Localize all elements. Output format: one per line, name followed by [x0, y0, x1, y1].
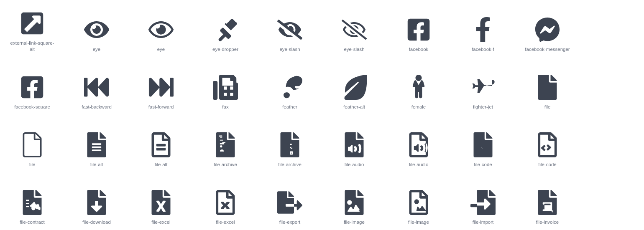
icon-cell-file-alt-outline: file-alt [129, 115, 193, 173]
icon-label: eye [157, 46, 165, 53]
icon-label: file-code [538, 162, 556, 168]
icon-cell-file-image-outline: file-image [386, 173, 451, 230]
icon-label: fighter-jet [473, 104, 493, 110]
icon-cell-file-image: file-image [322, 173, 386, 230]
facebook-icon [406, 17, 431, 42]
file-archive-outline-icon [277, 132, 302, 157]
file-image-icon [342, 190, 367, 215]
icon-label: file-alt [155, 162, 168, 168]
icon-label: fast-backward [82, 104, 112, 110]
icon-label: file-alt [90, 162, 103, 168]
icon-cell-placeholder-1 [580, 0, 644, 58]
icon-cell-facebook-square: facebook-square [0, 58, 64, 115]
icon-label: eye [93, 46, 101, 53]
file-code-icon [470, 132, 496, 157]
placeholder-icon-3 [599, 139, 624, 164]
icon-cell-eye-2: eye [129, 0, 193, 58]
icon-label: file [29, 162, 36, 168]
file-excel-icon [148, 190, 174, 215]
icon-cell-feather-alt: feather-alt [322, 58, 386, 115]
fighter-jet-icon [470, 75, 496, 100]
icon-cell-file-code: file-code [451, 115, 515, 173]
icon-cell-eye: eye [64, 0, 129, 58]
icon-label: facebook-f [472, 46, 494, 53]
icon-cell-facebook-f: facebook-f [451, 0, 515, 58]
facebook-messenger-icon [535, 17, 560, 42]
file-archive-icon [213, 132, 238, 157]
eye-slash-outline-icon [342, 17, 367, 42]
icon-label: file-archive [278, 162, 302, 168]
icon-label: file-invoice [536, 219, 559, 225]
icon-cell-file-invoice: file-invoice [515, 173, 580, 230]
icon-cell-file-outline: file [0, 115, 64, 173]
icon-cell-placeholder-4 [580, 173, 644, 230]
icon-label: fax [222, 104, 228, 110]
feather-alt-icon [342, 75, 367, 100]
feather-icon [277, 75, 302, 100]
file-contract-icon [20, 190, 45, 215]
icon-label: facebook-messenger [525, 46, 570, 53]
icon-label: female [411, 104, 426, 110]
file-image-outline-icon [406, 190, 431, 215]
icon-cell-file-excel-outline: file-excel [193, 173, 258, 230]
fax-icon [213, 75, 238, 100]
facebook-f-icon [470, 17, 496, 42]
icon-label: file-excel [216, 219, 235, 225]
icon-cell-fast-backward: fast-backward [64, 58, 129, 115]
file-alt-outline-icon [148, 132, 174, 157]
file-audio-outline-icon [406, 132, 431, 157]
icon-cell-eye-dropper: eye-dropper [193, 0, 258, 58]
icon-label: file-image [344, 219, 365, 225]
icon-grid: external-link-square-alt eye eye eye-dro… [0, 0, 644, 230]
icon-cell-file-archive: file-archive [193, 115, 258, 173]
icon-label: facebook [409, 46, 429, 53]
icon-label: file-excel [151, 219, 170, 225]
file-outline-icon [20, 132, 45, 157]
icon-cell-file-archive-outline: file-archive [258, 115, 322, 173]
icon-label: eye-dropper [212, 46, 238, 53]
icon-cell-external-link-square-alt: external-link-square-alt [0, 0, 64, 58]
icon-cell-fast-forward: fast-forward [129, 58, 193, 115]
icon-label: file-audio [345, 162, 364, 168]
fast-forward-icon [148, 75, 174, 100]
icon-cell-file-code-outline: file-code [515, 115, 580, 173]
icon-cell-facebook-messenger: facebook-messenger [515, 0, 580, 58]
placeholder-icon-4 [599, 196, 624, 221]
fast-backward-icon [84, 75, 109, 100]
file-code-outline-icon [535, 132, 560, 157]
icon-cell-file-solid: file [515, 58, 580, 115]
icon-label: file-audio [409, 162, 429, 168]
file-alt-icon [84, 132, 109, 157]
icon-cell-feather: feather [258, 58, 322, 115]
external-link-square-alt-icon [20, 11, 45, 36]
placeholder-icon-1 [599, 23, 624, 48]
icon-label: eye-slash [279, 46, 300, 53]
icon-cell-file-download: file-download [64, 173, 129, 230]
file-invoice-icon [535, 190, 560, 215]
file-audio-icon [342, 132, 367, 157]
icon-cell-file-contract: file-contract [0, 173, 64, 230]
icon-label: facebook-square [14, 104, 50, 110]
icon-label: feather-alt [343, 104, 365, 110]
placeholder-icon-2 [599, 81, 624, 106]
icon-label: file-download [82, 219, 111, 225]
file-import-icon [470, 190, 496, 215]
facebook-square-icon [20, 75, 45, 100]
icon-label: file [544, 104, 551, 110]
icon-label: file-code [474, 162, 492, 168]
eye-dropper-icon [213, 17, 238, 42]
icon-label: file-export [279, 219, 301, 225]
icon-label: file-image [408, 219, 429, 225]
icon-cell-female: female [386, 58, 451, 115]
female-icon [406, 75, 431, 100]
file-excel-outline-icon [213, 190, 238, 215]
icon-label: feather [282, 104, 297, 110]
icon-label: file-contract [20, 219, 44, 225]
icon-cell-placeholder-3 [580, 115, 644, 173]
eye-slash-icon [277, 17, 302, 42]
icon-cell-file-alt: file-alt [64, 115, 129, 173]
eye-outline-icon [148, 17, 174, 42]
icon-cell-eye-slash: eye-slash [258, 0, 322, 58]
icon-cell-file-excel: file-excel [129, 173, 193, 230]
icon-label: file-import [473, 219, 493, 225]
